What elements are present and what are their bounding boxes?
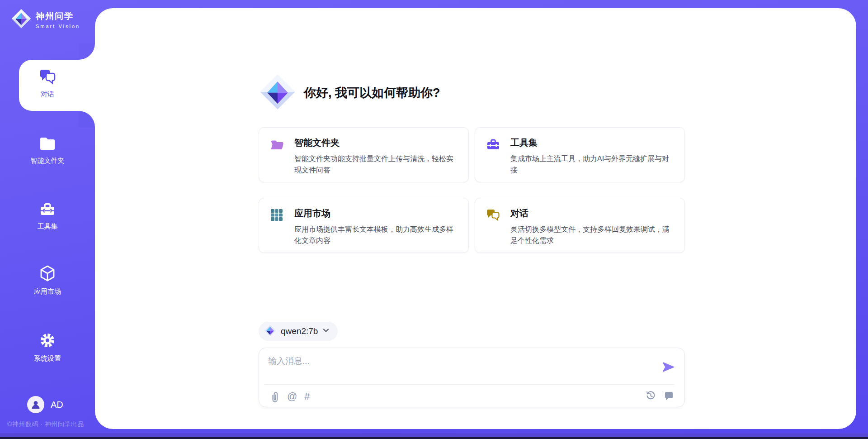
mention-icon[interactable]: @ (287, 391, 297, 402)
brand-diamond-icon (11, 8, 32, 31)
gear-icon (38, 331, 57, 351)
avatar[interactable] (27, 396, 44, 413)
chat-bubbles-gold-icon (486, 208, 500, 243)
brand-logo: 神州问学 Smart Vision (11, 8, 80, 31)
app-window: 神州问学 Smart Vision 对话 (0, 0, 868, 439)
message-composer: @ # (259, 348, 685, 407)
assistant-diamond-icon (259, 73, 297, 113)
sidebar-item-app-market[interactable]: 应用市场 (0, 264, 95, 296)
window-bottom-bar (0, 433, 868, 439)
greeting-title: 你好, 我可以如何帮助你? (304, 85, 440, 101)
model-diamond-icon (264, 324, 276, 339)
greeting-row: 你好, 我可以如何帮助你? (259, 74, 440, 112)
card-description: 灵活切换多模型文件，支持多样回复效果调试，满足个性化需求 (510, 224, 674, 246)
folder-icon (38, 135, 57, 153)
chat-home-content: 你好, 我可以如何帮助你? 智能文件夹 智能文件夹功能支持批量文件上传与清洗，轻… (259, 8, 685, 429)
sidebar-item-settings[interactable]: 系统设置 (0, 331, 95, 363)
sidebar-item-chat[interactable]: 对话 (0, 68, 95, 99)
sidebar-item-label: 系统设置 (0, 354, 95, 363)
card-title: 对话 (510, 207, 674, 220)
card-description: 集成市场上主流工具，助力AI与外界无缝扩展与对接 (510, 153, 674, 176)
brand-name: 神州问学 (36, 10, 80, 22)
toolbox-icon (38, 201, 57, 219)
user-initials: AD (51, 400, 63, 410)
sidebar-item-label: 对话 (0, 90, 95, 99)
model-selector[interactable]: qwen2:7b (259, 322, 338, 341)
sidebar-item-smart-folder[interactable]: 智能文件夹 (0, 135, 95, 165)
model-name: qwen2:7b (281, 326, 318, 336)
user-account[interactable]: AD (0, 396, 95, 414)
copyright-footer: ©神州数码 · 神州问学出品 (7, 420, 84, 429)
chat-bubble-icon[interactable] (664, 391, 674, 401)
card-description: 智能文件夹功能支持批量文件上传与清洗，轻松实现文件问答 (294, 153, 458, 176)
history-icon[interactable] (646, 391, 656, 401)
active-tab-curve-top (79, 43, 95, 60)
sidebar-item-label: 应用市场 (0, 287, 95, 296)
chat-bubbles-icon (38, 68, 57, 87)
card-title: 工具集 (510, 137, 674, 149)
sidebar-item-toolset[interactable]: 工具集 (0, 201, 95, 231)
card-smart-folder[interactable]: 智能文件夹 智能文件夹功能支持批量文件上传与清洗，轻松实现文件问答 (259, 127, 469, 182)
hashtag-icon[interactable]: # (304, 391, 310, 402)
message-input[interactable] (268, 355, 634, 382)
active-tab-curve-bottom (79, 111, 95, 127)
composer-tools: @ # (269, 391, 310, 402)
cube-icon (38, 264, 57, 284)
sidebar: 神州问学 Smart Vision 对话 (0, 0, 95, 439)
briefcase-icon (486, 138, 500, 173)
main-panel: 你好, 我可以如何帮助你? 智能文件夹 智能文件夹功能支持批量文件上传与清洗，轻… (95, 8, 856, 429)
sidebar-item-label: 工具集 (0, 222, 95, 231)
sidebar-item-label: 智能文件夹 (0, 157, 95, 165)
brand-subtitle: Smart Vision (36, 24, 80, 29)
card-description: 应用市场提供丰富长文本模板，助力高效生成多样化文章内容 (294, 224, 458, 246)
card-toolset[interactable]: 工具集 集成市场上主流工具，助力AI与外界无缝扩展与对接 (475, 127, 685, 182)
card-chat[interactable]: 对话 灵活切换多模型文件，支持多样回复效果调试，满足个性化需求 (475, 198, 685, 253)
grid-icon (270, 208, 284, 243)
folder-open-icon (270, 138, 284, 173)
card-title: 应用市场 (294, 207, 458, 220)
feature-cards: 智能文件夹 智能文件夹功能支持批量文件上传与清洗，轻松实现文件问答 (259, 127, 685, 253)
person-icon (30, 399, 41, 410)
attachment-icon[interactable] (269, 391, 280, 402)
card-title: 智能文件夹 (294, 137, 458, 149)
composer-divider (264, 384, 675, 385)
send-icon[interactable] (662, 361, 675, 375)
chevron-down-icon (322, 327, 330, 336)
card-app-market[interactable]: 应用市场 应用市场提供丰富长文本模板，助力高效生成多样化文章内容 (259, 198, 469, 253)
composer-right-tools (646, 391, 674, 401)
